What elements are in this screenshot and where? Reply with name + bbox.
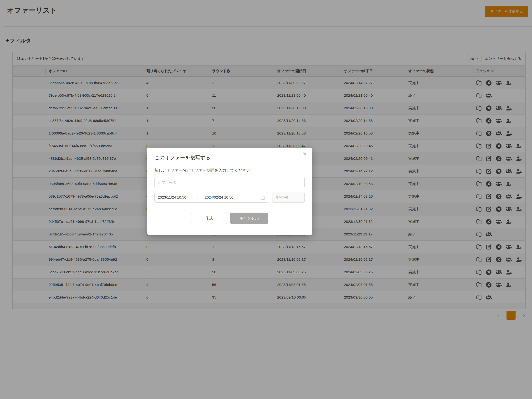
modal-title: このオファーを複写する	[154, 154, 305, 161]
timezone-field[interactable]: GMT+8	[272, 192, 305, 203]
start-date-value: 2023/11/24 10:50	[158, 195, 186, 199]
offer-name-input[interactable]	[154, 177, 305, 188]
create-button[interactable]: 作成	[191, 213, 227, 224]
duplicate-offer-modal: ✕ このオファーを複写する 新しいオファー名とオファー期間を入力してください 2…	[147, 147, 312, 235]
range-arrow-icon: →	[195, 196, 199, 199]
end-date-value: 2024/02/24 10:50	[205, 195, 234, 199]
cancel-button[interactable]: キャンセル	[230, 213, 268, 224]
offer-period-row: 2023/11/24 10:50 → 2024/02/24 10:50 GMT+…	[154, 192, 305, 203]
date-range-picker[interactable]: 2023/11/24 10:50 → 2024/02/24 10:50	[154, 192, 268, 203]
modal-description: 新しいオファー名とオファー期間を入力してください	[154, 168, 305, 173]
modal-actions: 作成 キャンセル	[154, 213, 305, 224]
calendar-icon	[260, 195, 265, 200]
close-icon[interactable]: ✕	[303, 151, 307, 156]
